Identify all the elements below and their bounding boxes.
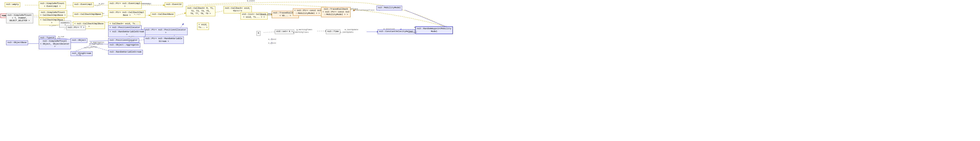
- svg-text:m_event: m_event: [247, 0, 255, 2]
- label-m-helper: m_helper: [408, 31, 417, 33]
- label-m-ptr-randvar: m_ptr: [129, 40, 134, 42]
- node-ns3-mobilitymodel: ns3::MobilityModel: [377, 6, 402, 10]
- label-m-pause: m_pause: [268, 42, 276, 44]
- svg-line-54: [264, 32, 276, 32]
- node-std-set-k: std::set< K >: [275, 29, 294, 34]
- node-ns3-simplerefcount-t-parent: ns3::SimpleRefCount< T, PARENT,OBJECT_DE…: [6, 13, 33, 23]
- node-ns3-callbackbase: ns3::CallbackBase: [151, 12, 175, 17]
- label-elements: elements: [233, 10, 242, 11]
- label-m-ptr-posalloc: m_ptr: [129, 35, 134, 37]
- node-ns3-positionalloc: ns3::PositionAllocator: [108, 38, 139, 43]
- node-ns3-randomvarstream: ns3::RandomVariableStream: [108, 50, 143, 54]
- label-buffer: buffer: [84, 46, 91, 49]
- node-ns3-object-aggregates: ns3::Object::Aggregates: [108, 43, 140, 48]
- node-ns3-ptr-eventimpl: ns3::Ptr< ns3::Eventimpl>: [108, 2, 142, 9]
- svg-text:buffer: buffer: [91, 46, 97, 48]
- node-ns3-simplerefcount-object: ns3::SimpleRefCount< Object, ObjectDelet…: [39, 39, 71, 49]
- node-ns3-ptr-randomvarstream: ns3::Ptr< ns3::RandomVariableStream >: [144, 37, 184, 44]
- svg-text:m_lastUpdate: m_lastUpdate: [345, 29, 358, 30]
- svg-line-35: [89, 45, 110, 51]
- node-randomvariablestream-tpl: < ns3::RandomVariableStream>: [108, 30, 145, 37]
- label-m-mg: m_mg: [76, 54, 81, 56]
- node-ns3-wmpty: ns3::wmpty: [5, 2, 20, 7]
- label-g-markingtimes: g_markingTimes: [293, 31, 309, 33]
- node-ns3-eventid: ns3::EventId: [165, 2, 183, 7]
- node-ns3-randomwaypoint-mobilitymodel: ns3::RandomWaypointMobilityModel: [415, 26, 453, 34]
- node-ns3-object: ns3::Object: [71, 38, 87, 43]
- node-ns3-time: ns3::Time: [326, 29, 340, 34]
- node-ns3-callback-r-t1: ns3::Callback< R, T1,T2, T3, T4, T5,T6, …: [186, 6, 215, 16]
- label-m-lastupdate: m_lastUpdate: [340, 31, 354, 33]
- label-m-ptr-t: m_ptr: [49, 24, 55, 27]
- label-m-impl: m_impl: [134, 13, 141, 15]
- node-ns3-ptr-t: ns3::Ptr< T >: [66, 26, 86, 30]
- node-ns3-objectbase: ns3::ObjectBase: [6, 40, 28, 45]
- edges-svg: m_ptr m_eventimpl m_event m_ptr m_impl m…: [0, 0, 980, 141]
- label-m-eventimpl: m_eventimpl: [137, 2, 150, 5]
- label-m-ptr-event: m_ptr: [95, 4, 100, 6]
- svg-line-29: [89, 40, 110, 41]
- node-ns3-simplerefcount-callbackimplbase: ns3::SimpleRefCount< CallbackImplBase >: [39, 10, 67, 18]
- node-void-ts: < void,Ts... >: [197, 22, 209, 30]
- label-m-ptr-callback: m_ptr: [95, 13, 100, 15]
- node-ns3-ptr-positionalloc: ns3::Ptr< ns3::PositionAllocator>: [144, 28, 188, 35]
- node-std-list-callback: std::list< Callback< void, Ts... > >: [240, 12, 267, 19]
- node-ns3-eventimpl: ns3::Eventimpl: [73, 2, 94, 7]
- label-m-aggregates: m_aggregates: [89, 43, 103, 45]
- label-m-coursechangetrace: m_courseChangeTrace: [353, 9, 374, 11]
- node-ns3-tracedcallback-mobilitymodel: ns3::TracedCallback< ns3::Ptr< const ns3…: [321, 7, 351, 17]
- diagram-container: m_ptr m_eventimpl m_event m_ptr m_impl m…: [0, 0, 980, 141]
- node-ns3-simplerefcount-eventimpl: ns3::SimpleRefCount< Eventimpl >: [39, 2, 66, 9]
- label-m-tid: m_tid: [54, 37, 60, 39]
- node-ns3-ptr-mobilitymodel-tpl: < ns3::Ptr< const ns3::MobilityModel > >: [293, 8, 322, 16]
- label-m-speed: m_speed: [268, 38, 276, 40]
- node-k: K: [256, 31, 261, 36]
- svg-text:g_markingTimes: g_markingTimes: [296, 29, 312, 30]
- node-ns3-ringstream: ns3::RingStream: [71, 51, 92, 56]
- svg-line-53: [405, 10, 447, 27]
- svg-line-13: [177, 13, 186, 15]
